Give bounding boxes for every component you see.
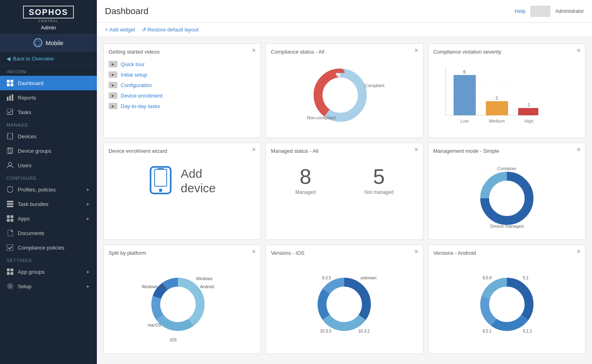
- widget-managed-status: Managed status - All ✕ 8 Managed 5 Not m…: [266, 143, 423, 240]
- svg-text:Medium: Medium: [489, 119, 504, 123]
- svg-text:Windows Mo...: Windows Mo...: [142, 285, 168, 289]
- shield-icon: [6, 186, 14, 193]
- widget-close-split-platform[interactable]: ✕: [251, 248, 256, 255]
- list-item[interactable]: Quick tour: [109, 59, 255, 69]
- sidebar-item-setup[interactable]: Setup ►: [0, 279, 97, 293]
- sidebar-item-tasks[interactable]: Tasks: [0, 105, 97, 119]
- apps-icon: [6, 215, 14, 222]
- svg-rect-15: [7, 206, 13, 207]
- topbar: Dashboard Help Administrator: [97, 0, 592, 23]
- sidebar-item-device-groups[interactable]: Device groups: [0, 144, 97, 158]
- svg-rect-24: [10, 272, 13, 275]
- admin-name: Administrator: [555, 8, 584, 14]
- video-link-initial-setup[interactable]: Initial setup: [121, 72, 147, 78]
- svg-point-25: [9, 285, 11, 287]
- svg-point-9: [10, 138, 10, 139]
- tasks-label: Tasks: [18, 109, 31, 115]
- widget-close-compliance-violation[interactable]: ✕: [576, 47, 581, 54]
- widget-close-getting-started[interactable]: ✕: [251, 47, 256, 54]
- add-widget-button[interactable]: + Add widget: [105, 27, 135, 33]
- setup-label: Setup: [18, 283, 31, 289]
- add-device-wrap: Add device: [109, 158, 255, 204]
- section-configure: CONFIGURE: [0, 173, 97, 182]
- bar-medium: [486, 101, 508, 115]
- widget-title-managed-status: Managed status - All: [271, 148, 418, 154]
- video-link-day-to-day[interactable]: Day-to-day tasks: [121, 103, 160, 109]
- sidebar-item-compliance-policies[interactable]: Compliance policies: [0, 240, 97, 255]
- widget-close-versions-ios[interactable]: ✕: [414, 248, 419, 255]
- svg-text:2: 2: [496, 96, 498, 100]
- section-settings: SETTINGS: [0, 255, 97, 264]
- managed-label: Managed: [295, 189, 316, 195]
- svg-point-41: [159, 189, 162, 192]
- compliance-icon: [6, 244, 14, 251]
- sidebar-item-users[interactable]: Users: [0, 158, 97, 173]
- list-item[interactable]: Initial setup: [109, 69, 255, 80]
- dashboard-label: Dashboard: [18, 80, 44, 86]
- widget-title-versions-android: Versions - Android: [433, 250, 580, 256]
- list-item[interactable]: Device enrollment: [109, 90, 255, 101]
- video-icon-3: [109, 82, 117, 88]
- widget-versions-ios: Versions - iOS ✕ 9.3.5 unknown 10.3.2: [266, 245, 423, 354]
- widget-close-versions-android[interactable]: ✕: [576, 248, 581, 255]
- svg-text:Device managed: Device managed: [490, 224, 524, 229]
- restore-layout-button[interactable]: ↺ Restore default layout: [142, 27, 199, 33]
- sidebar-item-apps[interactable]: Apps ►: [0, 211, 97, 226]
- sidebar-item-documents[interactable]: Documents: [0, 226, 97, 240]
- profiles-policies-label: Profiles, policies: [18, 187, 56, 193]
- back-to-overview[interactable]: ◀ Back to Overview: [0, 52, 97, 66]
- svg-text:Container: Container: [497, 166, 517, 171]
- chevron-left-icon: ◀: [6, 56, 10, 62]
- sidebar-item-task-bundles[interactable]: Task bundles ►: [0, 197, 97, 211]
- list-item[interactable]: Configuration: [109, 80, 255, 90]
- svg-rect-23: [7, 272, 10, 275]
- widget-title-split-platform: Split by platform: [109, 250, 255, 256]
- main-content: Dashboard Help Administrator + Add widge…: [97, 0, 592, 364]
- video-link-device-enrollment[interactable]: Device enrollment: [121, 93, 163, 99]
- list-item[interactable]: Day-to-day tasks: [109, 101, 255, 111]
- widget-close-device-enrollment[interactable]: ✕: [251, 146, 256, 153]
- widget-close-management-mode[interactable]: ✕: [576, 146, 581, 153]
- widget-close-compliance-status[interactable]: ✕: [414, 47, 419, 54]
- svg-text:6.0.1: 6.0.1: [483, 329, 492, 333]
- widget-management-mode: Management mode - Simple ✕ Container Dev…: [428, 143, 586, 240]
- sidebar-item-dashboard[interactable]: Dashboard: [0, 76, 97, 90]
- video-list: Quick tour Initial setup Configuration D…: [109, 59, 255, 111]
- topbar-right: Help Administrator: [515, 6, 584, 17]
- svg-rect-5: [9, 96, 11, 101]
- sidebar-item-profiles-policies[interactable]: Profiles, policies ►: [0, 182, 97, 197]
- widget-split-platform: Split by platform ✕: [103, 245, 261, 354]
- svg-text:Windows: Windows: [196, 277, 213, 281]
- video-link-configuration[interactable]: Configuration: [121, 82, 152, 88]
- chevron-right-icon-2: ►: [86, 202, 90, 206]
- svg-point-12: [8, 162, 12, 166]
- managed-count: 8: [299, 166, 311, 187]
- devices-label: Devices: [18, 133, 36, 139]
- managed-status-wrap: 8 Managed 5 Not managed: [271, 158, 418, 199]
- help-link[interactable]: Help: [515, 8, 526, 14]
- section-inform: INFORM: [0, 66, 97, 76]
- section-manage: MANAGE: [0, 119, 97, 129]
- grid-icon: [6, 79, 14, 87]
- apps-label: Apps: [18, 216, 30, 222]
- svg-rect-40: [155, 169, 167, 186]
- sidebar-item-reports[interactable]: Reports: [0, 90, 97, 105]
- not-managed-label: Not managed: [364, 189, 393, 195]
- svg-text:8.0.0: 8.0.0: [483, 276, 492, 280]
- svg-rect-42: [157, 168, 164, 169]
- mobile-icon: ◯: [33, 38, 42, 47]
- doc-icon: [6, 229, 14, 237]
- sidebar-item-app-groups[interactable]: App groups ►: [0, 264, 97, 279]
- chevron-right-icon-5: ►: [86, 284, 90, 289]
- svg-rect-3: [10, 83, 13, 86]
- svg-rect-16: [7, 215, 10, 218]
- sidebar-item-devices[interactable]: Devices: [0, 129, 97, 144]
- widget-title-getting-started: Getting started videos: [109, 49, 255, 55]
- svg-rect-20: [7, 244, 13, 251]
- toolbar: + Add widget ↺ Restore default layout: [97, 23, 592, 37]
- noncompliant-label: Non-compliant: [307, 115, 336, 120]
- svg-text:9.3.5: 9.3.5: [322, 276, 331, 280]
- widget-close-managed-status[interactable]: ✕: [414, 146, 419, 153]
- svg-text:iOS: iOS: [170, 338, 177, 342]
- video-link-quick-tour[interactable]: Quick tour: [121, 61, 144, 67]
